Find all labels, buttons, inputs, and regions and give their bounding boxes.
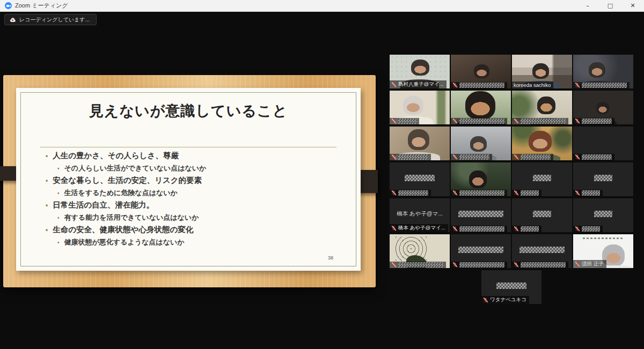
censored-name [521, 226, 539, 232]
video-tile[interactable] [512, 234, 572, 268]
video-tile[interactable] [512, 91, 572, 124]
censored-name [398, 154, 428, 160]
bullet-dot-icon: • [57, 240, 60, 246]
participant-display-name [451, 210, 511, 217]
video-tile[interactable] [573, 91, 633, 124]
video-tile[interactable] [451, 91, 511, 124]
video-background-detail [583, 237, 624, 239]
bullet-dot-icon: • [46, 202, 48, 209]
video-tile[interactable] [451, 162, 511, 196]
censored-name [459, 154, 489, 160]
maximize-button[interactable]: □ [599, 0, 621, 11]
censored-name [398, 190, 428, 196]
censored-name [521, 118, 566, 124]
participant-name-label [390, 190, 431, 196]
muted-mic-icon [391, 82, 397, 87]
muted-mic-icon [452, 83, 458, 88]
censored-name [521, 154, 551, 160]
recording-indicator[interactable]: レコーディングしています... [4, 14, 97, 25]
video-tile[interactable] [573, 55, 633, 88]
video-tile[interactable]: ワタナベユキコ [481, 270, 541, 304]
muted-mic-icon [391, 190, 397, 196]
bullet-dot-icon: • [46, 177, 48, 184]
participant-display-name [481, 282, 541, 289]
participant-display-name [512, 210, 572, 217]
muted-mic-icon [483, 298, 488, 303]
close-button[interactable]: ✕ [621, 0, 644, 11]
participant-name-text: 島村八重子@マイ... [398, 81, 444, 88]
muted-mic-icon [575, 154, 580, 160]
muted-mic-icon [514, 154, 519, 160]
participant-name-label [512, 154, 553, 160]
participant-display-name [451, 246, 511, 253]
censored-name [496, 283, 526, 289]
participant-name-label [573, 190, 603, 196]
participant-name-label [512, 118, 568, 124]
sub-bullet-text: 健康状態が悪化するような点はないか [64, 238, 185, 246]
muted-mic-icon [514, 118, 519, 124]
slide-title-divider [40, 147, 336, 147]
participant-name-label [390, 262, 446, 268]
censored-name [582, 226, 600, 232]
recording-cloud-icon [9, 17, 16, 23]
recording-label: レコーディングしています... [19, 16, 90, 24]
video-tile[interactable] [390, 91, 450, 124]
censored-name [582, 83, 627, 88]
video-tile[interactable] [512, 127, 572, 160]
participant-display-name [573, 174, 633, 181]
bullet-item: •安全な暮らし、生活の安定、リスク的要素 [46, 174, 343, 187]
censored-name [398, 118, 416, 124]
muted-mic-icon [575, 83, 580, 88]
sub-bullet-item: •健康状態が悪化するような点はないか [46, 236, 343, 248]
muted-mic-icon [452, 226, 458, 232]
censored-name [582, 190, 600, 196]
video-tile[interactable] [390, 162, 450, 196]
video-tile[interactable]: 橋本 あや子@マ... 橋本 あや子@マイ... [390, 198, 450, 232]
participant-name-text: 橋本 あや子@マイ... [398, 225, 445, 232]
video-tile[interactable] [573, 127, 633, 160]
sub-bullet-text: 有する能力を活用できていない点はないか [64, 213, 199, 221]
video-tile[interactable] [451, 127, 511, 160]
participant-display-name: 橋本 あや子@マ... [390, 210, 450, 218]
participant-name-text: ワタナベユキコ [490, 296, 526, 303]
video-tile[interactable]: 島村八重子@マイ... [390, 55, 450, 88]
minimize-button[interactable]: – [576, 0, 599, 11]
bullet-dot-icon: • [46, 152, 48, 160]
participant-name-label [451, 190, 507, 196]
censored-name [405, 175, 435, 181]
muted-mic-icon [452, 154, 458, 160]
muted-mic-icon [514, 262, 519, 268]
participant-name-label: ワタナベユキコ [481, 296, 529, 304]
muted-mic-icon [391, 154, 397, 160]
video-tile[interactable] [512, 162, 572, 196]
participant-name-label [573, 226, 603, 232]
video-tile[interactable] [451, 234, 511, 268]
censored-name [594, 175, 612, 181]
bullet-dot-icon: • [57, 190, 60, 196]
shared-screen-slide-frame: 見えないが意識していること •人生の豊かさ、その人らしさ、尊厳•その人らしい生活… [3, 75, 376, 287]
participant-name-label [451, 82, 507, 88]
bullet-text: 安全な暮らし、生活の安定、リスク的要素 [53, 176, 202, 184]
sub-bullet-item: •その人らしい生活ができていない点はないか [46, 162, 343, 174]
video-tile[interactable] [573, 198, 633, 232]
participant-name-label [390, 154, 431, 160]
video-tile[interactable]: koreeda sachiko [512, 55, 572, 88]
censored-name [398, 262, 443, 268]
video-tile[interactable]: 須田 正子 [573, 234, 633, 268]
video-tile[interactable] [390, 234, 450, 268]
video-tile[interactable] [451, 55, 511, 88]
censored-name [594, 211, 612, 217]
bullet-dot-icon: • [46, 226, 48, 234]
censored-name [521, 190, 539, 196]
participant-name-label: 橋本 あや子@マイ... [390, 224, 448, 232]
video-tile[interactable] [512, 198, 572, 232]
video-tile[interactable] [390, 127, 450, 160]
video-tile[interactable] [451, 198, 511, 232]
participant-name-label [512, 226, 541, 232]
censored-name [458, 211, 503, 217]
muted-mic-icon [514, 190, 519, 196]
participant-name-text: 須田 正子 [582, 261, 604, 268]
video-tile[interactable] [573, 162, 633, 196]
participant-display-name [390, 174, 450, 181]
participant-name-label [512, 262, 568, 268]
